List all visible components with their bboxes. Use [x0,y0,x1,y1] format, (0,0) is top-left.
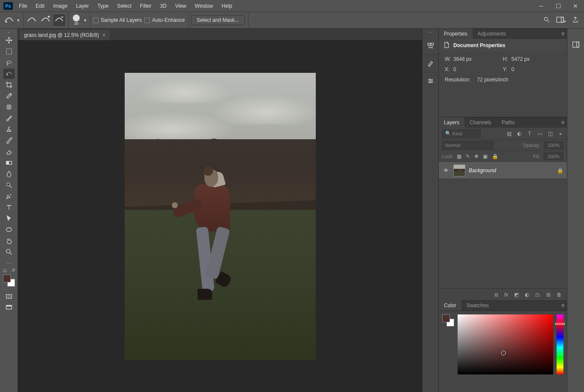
blend-mode-select[interactable]: Normal [442,141,494,150]
quick-mask-mode[interactable] [3,291,15,302]
filter-shape-icon[interactable]: ▭ [537,131,543,137]
lock-transparency-icon[interactable]: ▦ [457,153,461,159]
auto-enhance-checkbox[interactable]: Auto-Enhance [144,17,185,23]
link-layers-icon[interactable]: ⧉ [494,292,498,298]
brush-tool[interactable] [3,113,15,123]
lock-pixels-icon[interactable]: ✎ [466,153,470,159]
share-icon[interactable] [572,16,579,24]
new-selection-icon[interactable] [26,15,37,26]
lock-position-icon[interactable]: ✥ [474,153,479,159]
tab-adjustments[interactable]: Adjustments [473,29,511,39]
canvas-viewport[interactable] [18,41,422,392]
panel-menu-icon[interactable]: ≡ [561,120,564,126]
layer-name[interactable]: Background [469,168,554,174]
menu-edit[interactable]: Edit [31,0,49,12]
hue-slider[interactable] [557,314,563,374]
path-selection-tool[interactable] [3,213,15,224]
tab-layers[interactable]: Layers [439,117,464,128]
hue-cursor[interactable] [555,323,565,325]
adjustment-layer-icon[interactable]: ◐ [525,292,529,298]
screen-mode[interactable] [3,302,15,313]
marquee-tool[interactable] [3,46,15,57]
lock-all-icon[interactable]: 🔒 [492,153,498,159]
subtract-selection-icon[interactable] [54,15,65,26]
foreground-background-colors[interactable] [3,275,15,287]
search-icon[interactable] [543,16,550,24]
quick-selection-tool[interactable] [3,69,15,79]
lock-artboard-icon[interactable]: ▣ [483,153,488,159]
filter-toggle-icon[interactable]: ● [557,131,563,137]
filter-pixel-icon[interactable]: ▧ [506,131,512,137]
chevron-down-icon[interactable]: ▾ [17,18,20,23]
new-layer-icon[interactable]: ⊞ [546,292,551,298]
swap-colors-icon[interactable]: ◻↺ [3,268,15,273]
menu-window[interactable]: Window [191,0,218,12]
layer-style-icon[interactable]: fx [504,292,508,298]
add-selection-icon[interactable] [40,15,51,26]
tab-swatches[interactable]: Swatches [461,300,494,311]
collapse-toolbox-icon[interactable] [0,30,18,35]
eyedropper-tool[interactable] [3,91,15,101]
maximize-button[interactable]: ☐ [550,0,567,12]
delete-layer-icon[interactable]: 🗑 [557,292,562,298]
libraries-panel-icon[interactable] [570,39,581,50]
opacity-value[interactable]: 100% [544,141,563,149]
close-tab-icon[interactable]: × [102,32,105,38]
chevron-down-icon[interactable]: ▾ [84,18,87,23]
tab-channels[interactable]: Channels [464,117,497,128]
filter-adjust-icon[interactable]: ◐ [516,131,522,137]
panel-menu-icon[interactable]: ≡ [561,31,564,37]
menu-image[interactable]: Image [49,0,72,12]
edit-toolbar-icon[interactable]: ⋯ [3,260,15,266]
menu-filter[interactable]: Filter [136,0,156,12]
visibility-toggle-icon[interactable]: 👁 [442,168,450,174]
layer-mask-icon[interactable]: ◩ [514,292,519,298]
select-and-mask-button[interactable]: Select and Mask... [191,15,245,25]
close-button[interactable]: ✕ [567,0,584,12]
pen-tool[interactable] [3,191,15,201]
current-tool-indicator[interactable] [3,15,15,26]
filter-smart-icon[interactable]: ◫ [547,131,553,137]
color-panel-swatches[interactable] [442,314,454,326]
minimize-button[interactable]: ─ [533,0,550,12]
shape-tool[interactable] [3,224,15,235]
hand-tool[interactable] [3,236,15,246]
tab-color[interactable]: Color [439,300,461,311]
blur-tool[interactable] [3,169,15,179]
eraser-tool[interactable] [3,147,15,157]
fill-value[interactable]: 100% [544,153,563,160]
expand-panels-icon[interactable] [422,30,438,35]
crop-tool[interactable] [3,80,15,90]
layer-row[interactable]: 👁 Background 🔒 [439,162,567,179]
zoom-tool[interactable] [3,247,15,257]
menu-file[interactable]: File [15,0,31,12]
type-tool[interactable] [3,202,15,212]
layer-thumbnail[interactable] [453,165,465,177]
panel-menu-icon[interactable]: ≡ [561,302,564,308]
dodge-tool[interactable] [3,180,15,190]
document-tab[interactable]: grass land.jpg @ 12.5% (RGB/8) × [20,30,110,40]
lasso-tool[interactable] [3,57,15,68]
menu-help[interactable]: Help [217,0,237,12]
brush-preset-picker[interactable]: 30 [71,15,81,26]
layer-filter-kind[interactable]: 🔍 Kind [442,129,481,138]
adjustments-panel-icon[interactable] [425,75,437,87]
menu-select[interactable]: Select [113,0,135,12]
history-panel-icon[interactable] [425,40,437,52]
fg-swatch[interactable] [442,314,450,322]
menu-view[interactable]: View [171,0,191,12]
filter-type-icon[interactable]: T [527,131,533,137]
menu-layer[interactable]: Layer [72,0,93,12]
group-icon[interactable]: 🗀 [535,292,540,298]
sv-cursor[interactable] [501,350,506,356]
foreground-color-swatch[interactable] [3,275,11,282]
workspace-switcher-icon[interactable]: ▾ [556,17,566,24]
gradient-tool[interactable] [3,158,15,168]
tab-properties[interactable]: Properties [439,29,473,39]
tab-paths[interactable]: Paths [497,117,520,128]
healing-brush-tool[interactable] [3,102,15,112]
brushes-panel-icon[interactable] [425,57,437,69]
menu-3d[interactable]: 3D [156,0,171,12]
move-tool[interactable] [3,35,15,45]
saturation-value-picker[interactable] [458,314,553,374]
